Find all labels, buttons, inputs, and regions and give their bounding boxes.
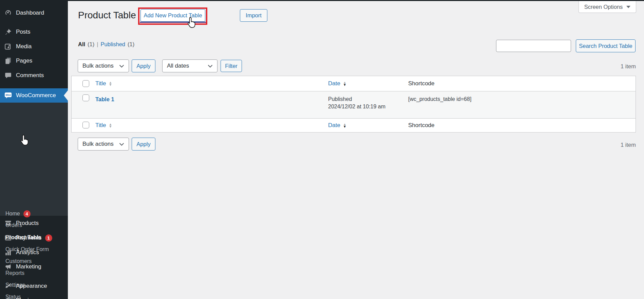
sidebar-item-dashboard[interactable]: Dashboard: [0, 6, 68, 20]
view-published-link[interactable]: Published: [101, 41, 125, 48]
column-header-title: Title ▲▼: [95, 76, 112, 91]
megaphone-icon: [4, 263, 12, 270]
sidebar-item-label: Plugins: [16, 297, 35, 299]
screen-options-tab[interactable]: Screen Options: [579, 1, 636, 13]
table-header-row: Title ▲▼ Date ▲▼ Shortcode: [72, 76, 636, 91]
notification-badge: 1: [45, 234, 52, 242]
pages-icon: [4, 57, 12, 65]
chevron-down-icon: [119, 143, 124, 146]
add-new-product-table-button[interactable]: Add New Product Table: [140, 9, 205, 22]
sidebar-item-products[interactable]: Products: [0, 216, 68, 230]
sort-by-title-link[interactable]: Title: [95, 80, 106, 87]
admin-bar-edge: [0, 0, 644, 1]
row-shortcode-cell: [wc_products_table id=68]: [408, 95, 471, 103]
sidebar-item-label: Comments: [16, 72, 44, 79]
date-filter-value: All dates: [167, 63, 189, 69]
bar-chart-icon: [4, 249, 12, 256]
bulk-actions-value: Bulk actions: [82, 63, 114, 69]
sort-by-date-link[interactable]: Date: [328, 80, 340, 87]
row-checkbox[interactable]: [82, 94, 89, 101]
sidebar-item-label: WooCommerce: [16, 92, 56, 99]
row-title-link[interactable]: Table 1: [95, 96, 114, 102]
apply-button[interactable]: Apply: [132, 138, 155, 151]
view-filter-links: All (1) | Published (1): [78, 41, 134, 48]
sidebar-item-label: Pages: [16, 57, 32, 64]
chevron-down-icon: [626, 6, 630, 8]
annotation-underline: [140, 22, 206, 23]
row-title-cell: Table 1: [95, 95, 114, 103]
speech-bubble-icon: [4, 72, 12, 79]
view-published-count: (1): [128, 41, 134, 48]
products-box-icon: [4, 219, 12, 227]
sidebar-item-comments[interactable]: Comments: [0, 68, 68, 83]
item-count: 1 item: [621, 142, 636, 148]
screen-options-label: Screen Options: [584, 4, 623, 10]
sidebar-item-plugins[interactable]: Plugins: [0, 293, 68, 299]
payments-card-icon: $: [4, 234, 12, 242]
view-all-count: (1): [88, 41, 94, 48]
admin-sidebar: Dashboard Posts Media Pages Comments: [0, 0, 68, 299]
svg-text:$: $: [7, 236, 10, 240]
plugin-icon: [4, 297, 12, 299]
sidebar-item-payments[interactable]: $ Payments 1: [0, 231, 68, 245]
sort-by-title-link[interactable]: Title: [95, 122, 106, 129]
sidebar-item-appearance[interactable]: Appearance: [0, 279, 68, 293]
sidebar-item-label: Media: [16, 43, 32, 50]
search-input[interactable]: [496, 40, 571, 52]
woo-logo-text: Woo: [5, 93, 11, 96]
sidebar-item-pages[interactable]: Pages: [0, 54, 68, 68]
row-date: 2024/12/02 at 10:19 am: [328, 103, 385, 110]
chevron-down-icon: [208, 65, 213, 68]
bulk-actions-select[interactable]: Bulk actions: [78, 59, 129, 72]
sidebar-item-analytics[interactable]: Analytics: [0, 245, 68, 260]
item-count: 1 item: [621, 63, 636, 70]
page-title: Product Table: [78, 10, 136, 21]
import-button[interactable]: Import: [240, 9, 267, 22]
paintbrush-icon: [4, 282, 12, 290]
media-icon: [4, 43, 12, 50]
sort-by-date-link[interactable]: Date: [328, 122, 340, 129]
sort-arrows-icon: ▲▼: [109, 123, 112, 128]
filter-button[interactable]: Filter: [221, 60, 242, 72]
column-header-date: Date ▲▼: [328, 76, 346, 91]
sort-arrows-icon: ▲▼: [109, 81, 112, 86]
sidebar-item-label: Marketing: [16, 263, 41, 270]
bulk-actions-select[interactable]: Bulk actions: [78, 138, 129, 151]
select-all-checkbox[interactable]: [82, 80, 89, 87]
date-filter-select[interactable]: All dates: [162, 59, 217, 72]
sidebar-item-woocommerce[interactable]: Woo WooCommerce: [0, 88, 68, 103]
search-product-table-button[interactable]: Search Product Table: [576, 39, 636, 52]
select-all-checkbox[interactable]: [82, 122, 89, 128]
woocommerce-submenu: Home 4 Orders Product Table Quick Order …: [0, 103, 68, 216]
pushpin-icon: [4, 28, 12, 36]
sidebar-item-label: Appearance: [16, 283, 47, 289]
sidebar-item-label: Payments: [16, 234, 42, 241]
sort-arrows-icon: ▲▼: [343, 81, 346, 86]
view-separator: |: [97, 41, 98, 48]
woocommerce-logo-icon: Woo: [4, 92, 12, 99]
apply-button[interactable]: Apply: [132, 59, 155, 72]
chevron-down-icon: [119, 65, 124, 68]
sidebar-item-label: Products: [16, 220, 39, 227]
dashboard-icon: [4, 9, 12, 17]
sidebar-item-label: Analytics: [16, 249, 39, 256]
column-header-date: Date ▲▼: [328, 119, 346, 132]
row-status: Published: [328, 95, 385, 103]
table-footer-header-row: Title ▲▼ Date ▲▼ Shortcode: [72, 119, 636, 132]
column-header-title: Title ▲▼: [95, 119, 112, 132]
column-header-shortcode: Shortcode: [408, 119, 435, 132]
sidebar-item-posts[interactable]: Posts: [0, 25, 68, 39]
sort-arrows-icon: ▲▼: [343, 123, 346, 128]
sidebar-item-marketing[interactable]: Marketing: [0, 260, 68, 274]
sidebar-item-label: Posts: [16, 29, 31, 35]
sidebar-item-media[interactable]: Media: [0, 39, 68, 54]
product-table-list: Title ▲▼ Date ▲▼ Shortcode Table 1 Publi…: [71, 76, 636, 133]
column-header-shortcode: Shortcode: [408, 76, 435, 91]
wordpress-admin-page: Dashboard Posts Media Pages Comments: [0, 0, 644, 299]
view-all-link[interactable]: All: [78, 41, 85, 48]
bulk-actions-value: Bulk actions: [82, 141, 114, 147]
row-date-cell: Published 2024/12/02 at 10:19 am: [328, 95, 385, 110]
sidebar-item-label: Dashboard: [16, 10, 44, 16]
table-row: Table 1 Published 2024/12/02 at 10:19 am…: [72, 91, 636, 119]
